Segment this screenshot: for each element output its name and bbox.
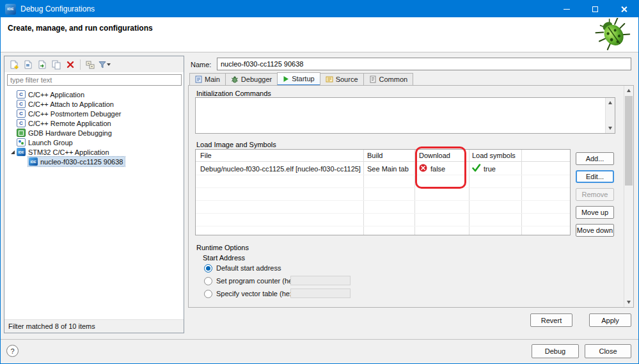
load-image-table: File Build Download Load symbols Debug/n… bbox=[195, 149, 571, 235]
scroll-up-icon[interactable] bbox=[608, 101, 612, 104]
edit-button[interactable]: Edit... bbox=[576, 170, 614, 183]
editor-tab-bar: Main Debugger Startup Source Common bbox=[189, 72, 413, 86]
close-window-button[interactable] bbox=[610, 1, 638, 17]
name-label: Name: bbox=[191, 61, 211, 68]
move-down-button[interactable]: Move down bbox=[576, 224, 614, 237]
export-icon bbox=[37, 59, 47, 70]
tab-main[interactable]: Main bbox=[189, 73, 226, 86]
revert-button[interactable]: Revert bbox=[530, 313, 572, 327]
debugger-tab-icon bbox=[231, 75, 239, 83]
banner-title: Create, manage, and run configurations bbox=[8, 24, 153, 33]
launch-group-icon bbox=[17, 138, 26, 146]
apply-button[interactable]: Apply bbox=[589, 313, 631, 327]
c-remote-icon: C bbox=[17, 119, 26, 127]
tree-item-label: C/C++ Postmortem Debugger bbox=[28, 110, 122, 118]
radio-specify-vector-table[interactable]: Specify vector table (hex): bbox=[204, 289, 297, 299]
tree-item-nucleo-config[interactable]: IDE nucleo-f030-cc1125 90638 bbox=[5, 157, 183, 166]
scroll-down-icon[interactable] bbox=[627, 301, 631, 304]
tab-common[interactable]: Common bbox=[363, 73, 414, 86]
minimize-icon bbox=[564, 9, 570, 10]
debug-configurations-window: IDE Debug Configurations Create, manage,… bbox=[0, 0, 639, 364]
help-button[interactable]: ? bbox=[6, 345, 19, 357]
scroll-down-icon[interactable] bbox=[608, 127, 612, 130]
cell-file: Debug/nucleo-f030-cc1125.elf [nucleo-f03… bbox=[200, 165, 361, 173]
tree-item-label: Launch Group bbox=[28, 139, 73, 146]
tree-item-launch-group[interactable]: Launch Group bbox=[5, 138, 183, 147]
new-configuration-button[interactable] bbox=[8, 58, 20, 71]
load-image-label: Load Image and Symbols bbox=[196, 141, 276, 148]
tree-item-label: C/C++ Remote Application bbox=[28, 120, 111, 127]
window-title: Debug Configurations bbox=[20, 4, 95, 13]
tree-item-label: C/C++ Application bbox=[28, 91, 84, 99]
column-header-file[interactable]: File bbox=[200, 152, 212, 159]
main-tab-icon bbox=[195, 75, 202, 83]
vector-table-field[interactable] bbox=[290, 289, 351, 298]
radio-selected-icon bbox=[204, 264, 212, 273]
new-prototype-button[interactable] bbox=[22, 58, 35, 71]
source-tab-icon bbox=[326, 75, 333, 83]
radio-default-start-address[interactable]: Default start address bbox=[204, 263, 281, 273]
add-button[interactable]: Add... bbox=[576, 152, 614, 165]
move-up-button[interactable]: Move up bbox=[576, 206, 614, 219]
radio-unselected-icon bbox=[204, 290, 212, 298]
collapse-all-icon bbox=[85, 59, 95, 70]
startup-tab-icon bbox=[283, 75, 289, 83]
delete-icon bbox=[66, 60, 75, 69]
tree-item-label: C/C++ Attach to Application bbox=[28, 100, 114, 108]
c-attach-icon: C bbox=[17, 100, 26, 108]
tree-item-c-attach[interactable]: C C/C++ Attach to Application bbox=[5, 99, 183, 109]
collapse-all-button[interactable] bbox=[84, 58, 97, 71]
new-configuration-icon bbox=[9, 59, 19, 70]
app-icon-label: IDE bbox=[7, 7, 14, 11]
export-configurations-button[interactable] bbox=[36, 58, 49, 71]
close-button[interactable]: Close bbox=[585, 344, 631, 358]
scroll-up-icon[interactable] bbox=[627, 89, 631, 92]
dialog-banner: Create, manage, and run configurations bbox=[1, 17, 638, 52]
c-postmortem-icon: C bbox=[17, 109, 26, 118]
dialog-body: C C/C++ Application C C/C++ Attach to Ap… bbox=[1, 52, 638, 339]
duplicate-button[interactable] bbox=[50, 58, 63, 71]
init-commands-textarea[interactable] bbox=[195, 97, 615, 134]
configurations-tree: C C/C++ Application C C/C++ Attach to Ap… bbox=[5, 88, 183, 319]
new-prototype-icon bbox=[23, 59, 33, 70]
c-application-icon: C bbox=[17, 90, 26, 99]
delete-button[interactable] bbox=[64, 58, 77, 71]
tree-item-stm32-application[interactable]: IDE STM32 C/C++ Application bbox=[5, 147, 183, 157]
tree-item-label: GDB Hardware Debugging bbox=[28, 129, 112, 137]
runtime-options-label: Runtime Options bbox=[196, 244, 249, 251]
init-commands-scrollbar[interactable] bbox=[605, 98, 615, 133]
content-scrollbar[interactable] bbox=[624, 86, 633, 307]
help-icon: ? bbox=[10, 347, 14, 355]
tree-item-gdb-hardware[interactable]: GDB Hardware Debugging bbox=[5, 128, 183, 138]
tab-source[interactable]: Source bbox=[320, 73, 364, 86]
column-header-build[interactable]: Build bbox=[367, 152, 383, 159]
tab-debugger[interactable]: Debugger bbox=[225, 73, 278, 86]
filter-input[interactable] bbox=[7, 74, 182, 86]
nucleo-config-icon: IDE bbox=[29, 157, 38, 166]
debug-button[interactable]: Debug bbox=[532, 344, 579, 358]
column-header-download[interactable]: Download bbox=[419, 152, 450, 159]
cell-load-symbols: true bbox=[484, 165, 496, 173]
filter-button[interactable] bbox=[98, 58, 111, 71]
radio-unselected-icon bbox=[204, 277, 212, 285]
tree-item-c-application[interactable]: C C/C++ Application bbox=[5, 90, 183, 99]
stm32-application-icon: IDE bbox=[17, 148, 26, 156]
filter-status: Filter matched 8 of 10 items bbox=[4, 319, 184, 333]
minimize-button[interactable] bbox=[552, 1, 581, 17]
init-commands-label: Initialization Commands bbox=[196, 90, 271, 97]
filter-icon bbox=[98, 60, 106, 69]
expanded-arrow-icon[interactable] bbox=[11, 150, 15, 154]
configurations-toolbar bbox=[4, 56, 184, 72]
name-input[interactable] bbox=[217, 58, 631, 70]
remove-button[interactable]: Remove bbox=[576, 188, 614, 201]
tab-startup[interactable]: Startup bbox=[277, 72, 320, 86]
column-header-load-symbols[interactable]: Load symbols bbox=[472, 152, 516, 159]
radio-set-program-counter[interactable]: Set program counter (hex): bbox=[204, 276, 300, 286]
false-icon bbox=[419, 164, 427, 173]
scrollbar-thumb[interactable] bbox=[625, 96, 633, 186]
maximize-button[interactable] bbox=[581, 1, 610, 17]
tree-item-c-remote[interactable]: C C/C++ Remote Application bbox=[5, 118, 183, 128]
tree-item-c-postmortem[interactable]: C C/C++ Postmortem Debugger bbox=[5, 109, 183, 118]
program-counter-field[interactable] bbox=[290, 276, 351, 285]
start-address-label: Start Address bbox=[203, 254, 245, 262]
